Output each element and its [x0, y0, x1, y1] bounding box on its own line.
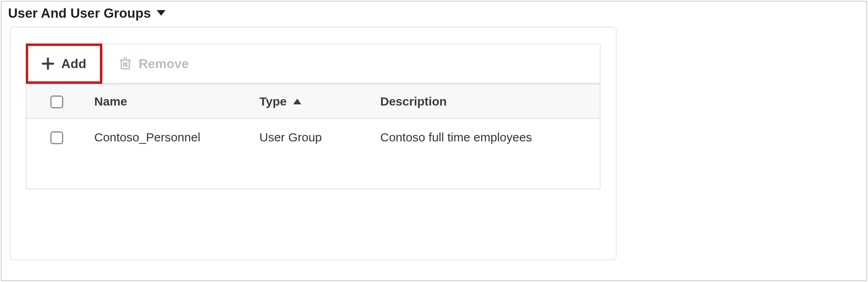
user-and-user-groups-panel: User And User Groups Add	[1, 1, 867, 281]
column-header-name-label: Name	[94, 95, 127, 108]
svg-marker-9	[293, 99, 301, 104]
table-empty-space	[27, 156, 600, 188]
svg-marker-0	[157, 10, 166, 16]
table-header-row: Name Type Description	[27, 85, 600, 118]
table-row[interactable]: Contoso_Personnel User Group Contoso ful…	[27, 118, 600, 156]
row-checkbox[interactable]	[50, 131, 63, 144]
cell-type: User Group	[252, 118, 373, 156]
column-header-select	[27, 85, 87, 118]
add-button[interactable]: Add	[26, 44, 102, 84]
sort-asc-icon	[293, 99, 301, 104]
column-header-description[interactable]: Description	[373, 85, 600, 118]
column-header-name[interactable]: Name	[87, 85, 252, 118]
table: Name Type Description	[26, 83, 601, 189]
toolbar: Add Remove	[26, 44, 601, 83]
remove-button-label: Remove	[139, 56, 189, 71]
section-header[interactable]: User And User Groups	[2, 2, 625, 23]
cell-name: Contoso_Personnel	[87, 118, 252, 156]
caret-down-icon	[157, 10, 166, 17]
section-title: User And User Groups	[8, 6, 151, 21]
column-header-type-label: Type	[259, 95, 287, 108]
remove-button[interactable]: Remove	[103, 44, 205, 83]
select-all-checkbox[interactable]	[50, 95, 63, 108]
plus-icon	[42, 58, 54, 70]
column-header-type[interactable]: Type	[252, 85, 373, 118]
section-body: Add Remove	[10, 27, 617, 260]
column-header-description-label: Description	[380, 95, 447, 108]
trash-icon	[119, 57, 131, 70]
add-button-label: Add	[61, 56, 86, 71]
cell-description: Contoso full time employees	[373, 118, 600, 156]
